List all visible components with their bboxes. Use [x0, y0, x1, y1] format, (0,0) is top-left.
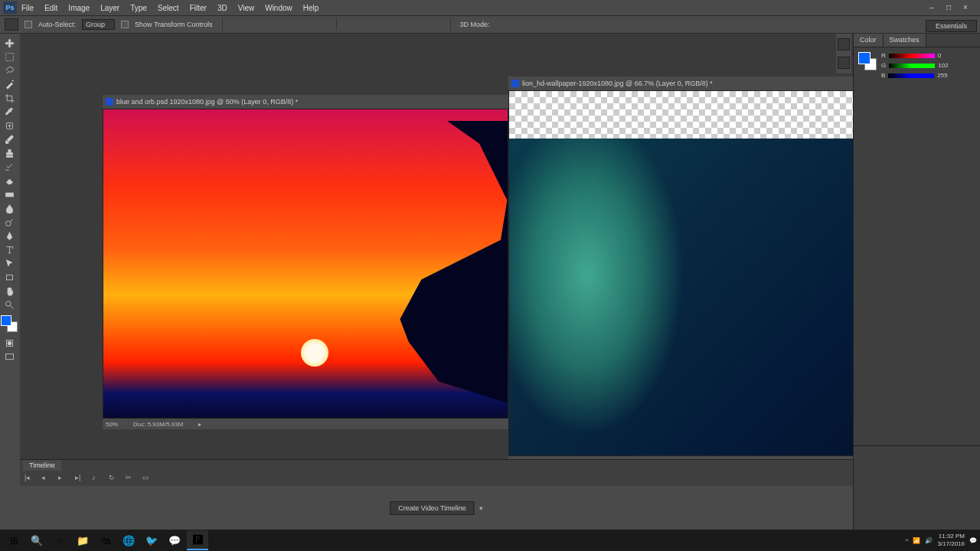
auto-select-checkbox[interactable] — [24, 21, 32, 28]
align-top-icon[interactable] — [232, 19, 243, 30]
hand-tool[interactable] — [0, 285, 18, 297]
panel-color-swatch[interactable] — [858, 52, 877, 70]
close-icon[interactable]: × — [963, 3, 974, 12]
menu-edit[interactable]: Edit — [44, 4, 57, 12]
menu-layer[interactable]: Layer — [100, 4, 119, 12]
wand-tool[interactable] — [0, 78, 18, 90]
doc1-canvas[interactable] — [103, 109, 508, 419]
notifications-icon[interactable]: 💬 — [969, 537, 977, 544]
explorer-icon[interactable]: 📁 — [72, 530, 93, 550]
auto-select-dropdown[interactable]: Group — [82, 19, 115, 30]
r-slider[interactable] — [889, 54, 935, 58]
tray-time[interactable]: 11:32 PM — [937, 533, 965, 540]
g-value[interactable]: 102 — [938, 62, 948, 69]
align-vcenter-icon[interactable] — [249, 19, 260, 30]
timeline-tab[interactable]: Timeline — [23, 460, 61, 471]
menu-file[interactable]: File — [21, 4, 34, 12]
stamp-tool[interactable] — [0, 147, 18, 159]
start-button[interactable]: ⊞ — [3, 530, 24, 550]
photoshop-taskbar-icon[interactable]: 🅿 — [187, 530, 208, 550]
distribute-right-icon[interactable] — [430, 19, 441, 30]
transition-icon[interactable]: ▭ — [142, 474, 152, 483]
menu-help[interactable]: Help — [303, 4, 319, 12]
audio-icon[interactable]: ♪ — [92, 474, 101, 483]
tray-volume-icon[interactable]: 🔊 — [925, 537, 933, 544]
rectangle-tool[interactable] — [0, 271, 18, 283]
align-right-icon[interactable] — [316, 19, 327, 30]
minimize-icon[interactable]: – — [929, 3, 940, 12]
brush-tool[interactable] — [0, 133, 18, 145]
align-left-icon[interactable] — [283, 19, 293, 30]
properties-panel-icon[interactable] — [838, 57, 850, 69]
dodge-tool[interactable] — [0, 216, 18, 228]
chrome-icon[interactable]: 🌐 — [118, 530, 139, 550]
3d-slide-icon[interactable] — [547, 19, 557, 30]
path-select-tool[interactable] — [0, 257, 18, 269]
zoom-tool[interactable] — [0, 298, 18, 311]
skype-icon[interactable]: 💬 — [164, 530, 185, 550]
crop-tool[interactable] — [0, 92, 18, 104]
r-value[interactable]: 0 — [938, 52, 941, 59]
move-tool[interactable] — [0, 37, 18, 49]
menu-select[interactable]: Select — [158, 4, 179, 12]
b-slider[interactable] — [888, 73, 934, 78]
chevron-down-icon[interactable]: ▾ — [479, 504, 483, 512]
first-frame-icon[interactable]: |◂ — [24, 474, 34, 483]
3d-drag-icon[interactable] — [530, 19, 541, 30]
type-tool[interactable] — [0, 243, 18, 256]
doc1-zoom[interactable]: 50% — [106, 421, 118, 428]
3d-roll-icon[interactable] — [513, 19, 524, 30]
heal-tool[interactable] — [0, 119, 18, 132]
distribute-bottom-icon[interactable] — [380, 19, 390, 30]
tray-network-icon[interactable]: 📶 — [913, 537, 920, 544]
eyedropper-tool[interactable] — [0, 106, 18, 118]
tab-color[interactable]: Color — [854, 34, 884, 47]
lasso-tool[interactable] — [0, 64, 18, 77]
screenmode-icon[interactable] — [0, 350, 18, 363]
twitter-icon[interactable]: 🐦 — [141, 530, 162, 550]
scissors-icon[interactable]: ✂ — [126, 474, 135, 483]
distribute-hcenter-icon[interactable] — [413, 19, 424, 30]
b-value[interactable]: 255 — [937, 72, 947, 79]
create-video-timeline-button[interactable]: Create Video Timeline — [390, 501, 474, 515]
align-bottom-icon[interactable] — [266, 19, 276, 30]
foreground-color[interactable] — [1, 315, 11, 326]
play-icon[interactable]: ▸ — [58, 474, 67, 483]
quickmask-icon[interactable] — [0, 337, 18, 349]
next-frame-icon[interactable]: ▸| — [75, 474, 84, 483]
blur-tool[interactable] — [0, 202, 18, 214]
3d-scale-icon[interactable] — [564, 19, 574, 30]
menu-3d[interactable]: 3D — [217, 4, 227, 12]
search-icon[interactable]: 🔍 — [26, 530, 47, 550]
history-brush-tool[interactable] — [0, 161, 18, 173]
menu-view[interactable]: View — [238, 4, 255, 12]
pen-tool[interactable] — [0, 230, 18, 242]
eraser-tool[interactable] — [0, 174, 18, 187]
panel-foreground[interactable] — [858, 52, 871, 64]
distribute-top-icon[interactable] — [346, 19, 357, 30]
workspace-switcher[interactable]: Essentials — [926, 20, 977, 32]
menu-filter[interactable]: Filter — [190, 4, 207, 12]
color-swatch[interactable] — [1, 315, 18, 332]
g-slider[interactable] — [889, 64, 935, 68]
tab-swatches[interactable]: Swatches — [884, 34, 926, 47]
marquee-tool[interactable] — [0, 51, 18, 63]
document-window-1[interactable]: blue and orb.psd 1920x1080.jpg @ 50% (La… — [103, 95, 508, 429]
show-transform-checkbox[interactable] — [121, 21, 129, 28]
align-hcenter-icon[interactable] — [299, 19, 310, 30]
cortana-icon[interactable]: ○ — [49, 530, 70, 550]
tray-chevron-up-icon[interactable]: ^ — [906, 537, 909, 544]
distribute-vcenter-icon[interactable] — [363, 19, 374, 30]
store-icon[interactable]: 🛍 — [95, 530, 116, 550]
tray-date[interactable]: 3/17/2016 — [937, 540, 965, 548]
gradient-tool[interactable] — [0, 188, 18, 201]
move-tool-preset-icon[interactable] — [5, 18, 18, 31]
doc1-status-arrow-icon[interactable]: ▸ — [198, 421, 201, 428]
doc1-titlebar[interactable]: blue and orb.psd 1920x1080.jpg @ 50% (La… — [103, 95, 508, 109]
menu-window[interactable]: Window — [265, 4, 292, 12]
loop-icon[interactable]: ↻ — [109, 474, 118, 483]
menu-type[interactable]: Type — [130, 4, 147, 12]
3d-rotate-icon[interactable] — [496, 19, 507, 30]
distribute-left-icon[interactable] — [397, 19, 407, 30]
maximize-icon[interactable]: □ — [946, 3, 957, 12]
